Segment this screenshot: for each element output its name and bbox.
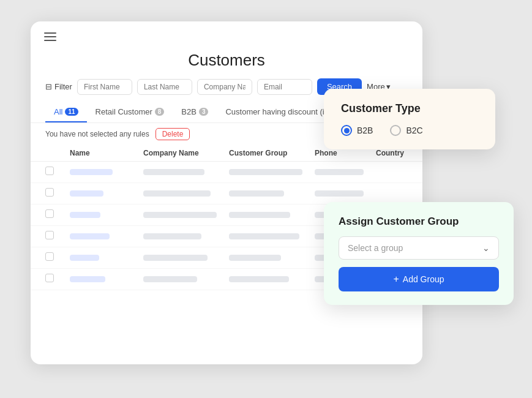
col-company: Company Name <box>143 149 229 157</box>
company-skeleton <box>143 233 201 239</box>
radio-b2b[interactable]: B2B <box>341 125 373 136</box>
add-group-button[interactable]: + Add Group <box>339 267 499 291</box>
company-name-input[interactable] <box>197 79 252 95</box>
row-checkbox[interactable] <box>45 274 54 282</box>
customer-type-popover: Customer Type B2B B2C <box>324 89 495 149</box>
company-skeleton <box>143 169 204 175</box>
main-card: Customers ⊟ Filter Search More ▾ All 11 … <box>31 21 422 364</box>
select-group-dropdown[interactable]: Select a group ⌄ <box>339 236 499 260</box>
assign-group-popover: Assign Customer Group Select a group ⌄ +… <box>324 202 514 305</box>
phone-skeleton <box>315 169 364 175</box>
customer-type-title: Customer Type <box>341 102 478 115</box>
company-skeleton <box>143 276 197 282</box>
name-skeleton <box>70 190 103 197</box>
phone-skeleton <box>315 190 364 197</box>
row-checkbox[interactable] <box>45 188 54 197</box>
name-skeleton <box>70 255 99 261</box>
hamburger-menu[interactable] <box>31 21 58 46</box>
group-skeleton <box>229 233 299 239</box>
name-skeleton <box>70 212 100 218</box>
assign-group-title: Assign Customer Group <box>339 216 499 228</box>
radio-b2c[interactable]: B2C <box>390 125 422 136</box>
tab-b2b[interactable]: B2B 3 <box>173 102 217 122</box>
email-input[interactable] <box>257 79 312 95</box>
table-row <box>31 183 422 205</box>
row-checkbox[interactable] <box>45 167 54 175</box>
group-skeleton <box>229 190 284 197</box>
hamburger-line-1 <box>44 32 56 34</box>
group-skeleton <box>229 169 302 175</box>
name-skeleton <box>70 233 110 239</box>
customer-type-radio-group: B2B B2C <box>341 125 478 136</box>
page-title: Customers <box>31 46 422 78</box>
delete-button[interactable]: Delete <box>155 128 190 140</box>
chevron-down-icon: ⌄ <box>482 243 490 253</box>
group-skeleton <box>229 212 290 218</box>
company-skeleton <box>143 190 211 197</box>
tab-retail-badge: 8 <box>155 108 165 116</box>
tab-all[interactable]: All 11 <box>45 102 87 122</box>
hamburger-line-3 <box>44 40 56 41</box>
name-skeleton <box>70 169 113 175</box>
radio-b2b-circle[interactable] <box>341 125 352 136</box>
hamburger-line-2 <box>44 36 56 37</box>
tab-b2b-badge: 3 <box>199 108 209 116</box>
company-skeleton <box>143 255 208 261</box>
company-skeleton <box>143 212 217 218</box>
radio-b2c-circle[interactable] <box>390 125 401 136</box>
col-group: Customer Group <box>229 149 315 157</box>
col-phone: Phone <box>315 149 376 157</box>
col-checkbox <box>45 149 70 157</box>
first-name-input[interactable] <box>77 79 132 95</box>
name-skeleton <box>70 276 105 282</box>
last-name-input[interactable] <box>137 79 192 95</box>
group-skeleton <box>229 255 281 261</box>
row-checkbox[interactable] <box>45 231 54 239</box>
table-row <box>31 162 422 183</box>
tab-all-badge: 11 <box>65 108 78 116</box>
plus-icon: + <box>393 274 399 285</box>
col-country: Country <box>376 149 422 157</box>
row-checkbox[interactable] <box>45 252 54 261</box>
col-name: Name <box>70 149 143 157</box>
filter-label: ⊟ Filter <box>45 82 72 91</box>
row-checkbox[interactable] <box>45 209 54 218</box>
group-skeleton <box>229 276 289 282</box>
filter-icon: ⊟ <box>45 82 52 91</box>
tab-retail-customer[interactable]: Retail Customer 8 <box>87 102 173 122</box>
